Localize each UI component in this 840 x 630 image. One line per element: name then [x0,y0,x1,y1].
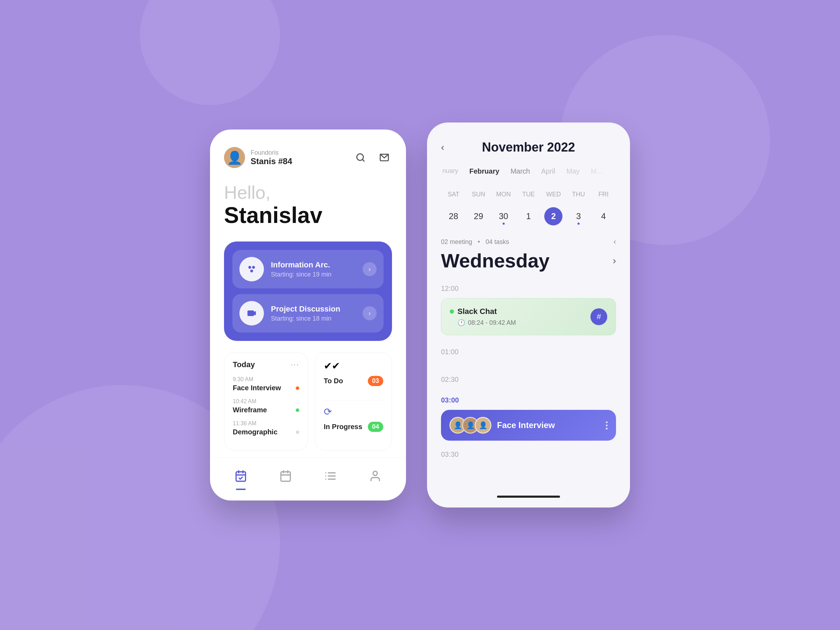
meeting-card-info-arc[interactable]: Information Arc. Starting: since 19 min … [232,250,384,288]
tasks-divider [324,400,383,400]
date-30[interactable]: 30 [491,207,516,226]
interview-more-icon[interactable] [606,422,608,429]
project-icon-bg [239,301,264,325]
time-gap-2 [441,389,616,396]
month-apr[interactable]: April [541,167,555,175]
search-icon[interactable] [353,150,368,165]
username-label: Stanis #84 [251,156,292,166]
time-0230: 02:30 [441,376,616,384]
today-task-1: Wireframe [233,406,299,414]
date-4[interactable]: 4 [591,207,616,226]
p1-header: Foundoris Stanis #84 [224,147,392,168]
meeting-cards: Information Arc. Starting: since 19 min … [224,242,392,341]
bottom-nav [210,458,406,493]
date-29[interactable]: 29 [466,207,491,226]
bg-decoration-3 [140,0,280,105]
svg-rect-6 [236,472,246,481]
interview-avatars: 👤 👤 👤 [449,417,491,434]
weekday-sun: SUN [466,188,491,201]
time-gap-1 [441,362,616,376]
day-next-chevron[interactable]: › [613,255,616,266]
mail-icon[interactable] [377,150,392,165]
slack-card-left: Slack Chat 🕐 08:24 - 09:42 AM [450,307,516,327]
dot-gray-2 [296,431,299,434]
month-mar[interactable]: March [511,167,530,175]
task-label-row-todo: To Do 03 [324,376,383,386]
nav-item-calendar[interactable] [276,466,295,486]
p1-user: Foundoris Stanis #84 [224,147,292,168]
nav-item-calendar-check[interactable] [231,466,251,486]
task-label-row-progress: In Progress 04 [324,422,383,432]
dot-3 [578,223,579,225]
tasks-count: 04 tasks [485,238,509,246]
date-3[interactable]: 3 [566,207,591,226]
svg-point-20 [373,471,377,476]
greeting: Hello, Stanislav [224,182,392,227]
interview-title: Face Interview [497,420,600,430]
avatar-face [224,147,245,168]
nav-item-list[interactable] [321,466,340,486]
day-title: Wednesday [441,249,549,272]
project-chevron[interactable]: › [363,306,377,320]
phone-2: ‹ November 2022 nuary February March Apr… [427,123,630,507]
today-time-1: 10:42 AM [233,398,299,404]
nav-item-profile[interactable] [365,466,385,486]
slack-title-row: Slack Chat [450,307,516,316]
date-2[interactable]: 2 [544,207,562,226]
svg-rect-10 [281,472,291,481]
month-feb[interactable]: February [469,167,499,175]
today-panel: Today ··· 9:30 AM Face Interview 10:42 A… [224,352,308,450]
slack-icon-circle: # [591,308,607,325]
project-subtitle: Starting: since 18 min [271,315,355,322]
slack-time: 08:24 - 09:42 AM [468,319,516,327]
info-arc-chevron[interactable]: › [363,262,377,276]
today-menu[interactable]: ··· [291,360,299,369]
time-gap-3: 03:30 [441,450,616,458]
date-28[interactable]: 28 [441,207,466,226]
svg-point-4 [252,266,255,269]
task-icon-row-progress: ⟳ [324,406,383,418]
time-0300: 03:00 [441,396,616,404]
hashtag-icon: # [597,312,601,321]
task-label-todo: To Do [324,377,343,385]
date-2-container[interactable]: 2 [541,207,566,226]
weekday-sat: SAT [441,188,466,201]
month-jan[interactable]: nuary [442,167,458,175]
home-indicator-2 [497,496,560,498]
task-label-progress: In Progress [324,423,362,431]
today-task-label-2: Demographic [233,428,278,436]
time-0100: 01:00 [441,348,616,356]
week-dates: 28 29 30 1 2 3 4 [441,207,616,226]
spinner-icon: ⟳ [324,406,332,417]
interview-avatar-3: 👤 [475,417,491,434]
meetings-count: 02 meeting [441,238,472,246]
month-may[interactable]: May [566,167,579,175]
weekday-wed: WED [541,188,566,201]
today-time-0: 9:30 AM [233,376,299,382]
dot-green-1 [296,409,299,412]
slack-dot [450,309,454,314]
project-title: Project Discussion [271,305,355,314]
phone-1: Foundoris Stanis #84 Hello, Stanislav [210,129,406,501]
date-1[interactable]: 1 [516,207,541,226]
day-info-back[interactable]: ‹ [614,237,616,246]
today-item-1: 10:42 AM Wireframe [233,398,299,414]
slack-chat-card[interactable]: Slack Chat 🕐 08:24 - 09:42 AM # [441,298,616,335]
todo-badge: 03 [368,376,383,386]
cal-back-button[interactable]: ‹ [441,142,444,153]
user-info: Foundoris Stanis #84 [251,149,292,166]
project-info: Project Discussion Starting: since 18 mi… [271,305,355,322]
interview-card[interactable]: 👤 👤 👤 Face Interview [441,410,616,441]
dot-30 [503,223,505,225]
meeting-card-project[interactable]: Project Discussion Starting: since 18 mi… [232,294,384,333]
today-task-0: Face Interview [233,384,299,392]
cal-title: November 2022 [482,140,575,155]
avatar [224,147,245,168]
svg-line-1 [362,159,364,161]
month-next[interactable]: M... [591,167,602,175]
dot-orange-0 [296,387,299,390]
header-icons [353,150,392,165]
today-label: Today [233,360,255,369]
greeting-hello: Hello, [224,182,392,203]
info-arc-info: Information Arc. Starting: since 19 min [271,261,355,278]
